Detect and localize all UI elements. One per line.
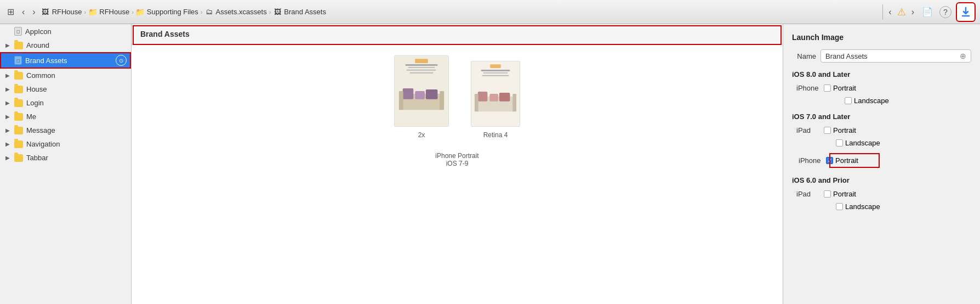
back-button[interactable]: ‹ bbox=[20, 6, 27, 18]
sidebar-item-tabbar[interactable]: ▶ Tabbar bbox=[0, 151, 131, 165]
folder-icon-common bbox=[14, 72, 23, 80]
ios6-ipad-landscape-row: Landscape bbox=[836, 202, 971, 211]
asset-icon-brand-assets: ◻ bbox=[14, 56, 22, 65]
ios6-ipad-landscape-checkbox[interactable] bbox=[836, 203, 843, 210]
sidebar-item-appicon[interactable]: ◻ AppIcon bbox=[0, 24, 131, 38]
content-title: Brand Assets bbox=[140, 30, 190, 38]
breadcrumb-prev-button[interactable]: ‹ bbox=[886, 6, 893, 18]
forward-button[interactable]: › bbox=[30, 6, 37, 18]
sidebar-label-appicon: AppIcon bbox=[25, 27, 127, 36]
sidebar-item-me[interactable]: ▶ Me bbox=[0, 110, 131, 123]
image-label-retina4: Retina 4 bbox=[483, 131, 508, 139]
checkbox-group-ios7-ipad: iPad Portrait Landscape bbox=[792, 126, 971, 147]
breadcrumb-item-rfhouse-project[interactable]: 🖼 RFHouse bbox=[41, 8, 82, 16]
breadcrumb: 🖼 RFHouse › 📁 RFHouse › 📁 Supporting Fil… bbox=[41, 8, 880, 16]
breadcrumb-item-xcassets[interactable]: 🗂 Assets.xcassets bbox=[204, 8, 266, 16]
sidebar-label-house: House bbox=[26, 85, 127, 93]
asset-icon-appicon: ◻ bbox=[14, 27, 22, 36]
expand-triangle-me: ▶ bbox=[4, 114, 11, 120]
grid-icon: ⊞ bbox=[4, 6, 16, 18]
breadcrumb-item-brand-assets[interactable]: 🖼 Brand Assets bbox=[273, 8, 326, 16]
svg-rect-17 bbox=[499, 93, 510, 102]
sidebar-item-around[interactable]: ▶ Around bbox=[0, 38, 131, 52]
svg-rect-21 bbox=[481, 70, 510, 71]
main-layout: ◻ AppIcon ▶ Around ◻ Brand Assets ⊙ ▶ Co… bbox=[0, 24, 980, 304]
sidebar-item-common[interactable]: ▶ Common bbox=[0, 69, 131, 82]
ios7-ipad-landscape-label: Landscape bbox=[845, 139, 880, 147]
section-title-ios7: iOS 7.0 and Later bbox=[792, 112, 971, 121]
project-icon: 🖼 bbox=[41, 8, 50, 16]
svg-rect-16 bbox=[489, 94, 498, 102]
download-button[interactable] bbox=[956, 2, 976, 22]
sidebar-item-navigation[interactable]: ▶ Navigation bbox=[0, 137, 131, 151]
section-title-ios8: iOS 8.0 and Later bbox=[792, 70, 971, 78]
svg-rect-12 bbox=[415, 59, 428, 63]
svg-rect-22 bbox=[483, 72, 508, 74]
ios8-iphone-portrait-checkbox[interactable] bbox=[824, 85, 831, 92]
name-stepper[interactable]: ⊕ bbox=[960, 52, 966, 60]
help-button[interactable]: ? bbox=[939, 6, 951, 18]
sidebar-label-login: Login bbox=[26, 99, 127, 107]
expand-triangle-house: ▶ bbox=[4, 86, 11, 93]
file-icon-button[interactable]: 📄 bbox=[920, 4, 935, 20]
ios7-ipad-landscape-row: Landscape bbox=[836, 139, 971, 147]
sidebar-item-brand-assets[interactable]: ◻ Brand Assets ⊙ bbox=[0, 52, 131, 69]
breadcrumb-label-brand-assets: Brand Assets bbox=[284, 8, 326, 16]
ios8-iphone-landscape-row: Landscape bbox=[845, 97, 971, 105]
breadcrumb-item-supporting-files[interactable]: 📁 Supporting Files bbox=[136, 8, 198, 16]
svg-rect-11 bbox=[409, 72, 433, 74]
download-icon bbox=[960, 7, 971, 18]
breadcrumb-item-rfhouse-folder[interactable]: 📁 RFHouse bbox=[88, 8, 129, 16]
expand-triangle-common: ▶ bbox=[4, 72, 11, 79]
svg-rect-3 bbox=[403, 88, 414, 99]
ios7-ipad-portrait-label: Portrait bbox=[833, 126, 856, 134]
ios8-iphone-label: iPhone bbox=[796, 84, 824, 92]
ios7-iphone-portrait-wrap: Portrait bbox=[826, 156, 858, 165]
ios6-ipad-label: iPad bbox=[796, 190, 824, 198]
brand-assets-breadcrumb-icon: 🖼 bbox=[273, 8, 282, 16]
sidebar-label-tabbar: Tabbar bbox=[26, 154, 127, 162]
sidebar-label-me: Me bbox=[26, 112, 127, 121]
image-caption-line2: iOS 7-9 bbox=[446, 160, 469, 167]
ios7-iphone-portrait-label: Portrait bbox=[835, 156, 858, 165]
image-thumb-retina4 bbox=[471, 61, 520, 127]
ios8-iphone-portrait-label: Portrait bbox=[833, 84, 856, 92]
right-panel: Launch Image Name Brand Assets ⊕ iOS 8.0… bbox=[783, 24, 980, 304]
ios7-ipad-landscape-checkbox[interactable] bbox=[836, 139, 843, 147]
svg-rect-8 bbox=[406, 64, 438, 66]
svg-rect-6 bbox=[399, 91, 403, 110]
breadcrumb-label-rfhouse-project: RFHouse bbox=[52, 8, 82, 16]
ios7-ipad-portrait-wrap: Portrait bbox=[824, 126, 856, 134]
sidebar-label-around: Around bbox=[26, 41, 127, 49]
svg-rect-18 bbox=[475, 94, 478, 111]
ios8-iphone-landscape-label: Landscape bbox=[854, 97, 889, 105]
toolbar-separator bbox=[882, 4, 883, 20]
expand-triangle-brand-assets bbox=[4, 57, 11, 64]
svg-rect-5 bbox=[426, 89, 438, 99]
ios6-ipad-landscape-label: Landscape bbox=[845, 202, 880, 211]
sidebar-item-message[interactable]: ▶ Message bbox=[0, 123, 131, 137]
image-caption-line1: iPhone Portrait bbox=[435, 152, 478, 160]
ios7-ipad-portrait-checkbox[interactable] bbox=[824, 127, 831, 134]
ios6-ipad-portrait-checkbox[interactable] bbox=[824, 190, 831, 198]
folder-icon-tabbar bbox=[14, 154, 23, 162]
name-value: Brand Assets bbox=[825, 52, 868, 60]
breadcrumb-next-button[interactable]: › bbox=[909, 6, 916, 18]
name-input[interactable]: Brand Assets ⊕ bbox=[821, 49, 971, 63]
ios7-iphone-label: iPhone bbox=[799, 156, 826, 165]
xcassets-icon: 🗂 bbox=[204, 8, 213, 16]
ios7-iphone-portrait-checkbox[interactable] bbox=[826, 157, 833, 164]
content-header-outline bbox=[133, 25, 782, 45]
sidebar-item-login[interactable]: ▶ Login bbox=[0, 96, 131, 110]
expand-triangle-message: ▶ bbox=[4, 127, 11, 134]
sidebar-label-navigation: Navigation bbox=[26, 140, 127, 148]
svg-rect-23 bbox=[482, 75, 509, 76]
ios7-iphone-portrait-row: iPhone Portrait bbox=[796, 155, 878, 166]
ios7-iphone-portrait-highlighted-container: iPhone Portrait bbox=[796, 155, 878, 171]
ios6-ipad-portrait-wrap: Portrait bbox=[824, 190, 856, 198]
folder-icon-login bbox=[14, 99, 23, 107]
ios8-iphone-landscape-checkbox[interactable] bbox=[845, 97, 852, 104]
folder-icon-around bbox=[14, 42, 23, 49]
content-header: Brand Assets bbox=[132, 24, 783, 44]
sidebar-item-house[interactable]: ▶ House bbox=[0, 82, 131, 96]
